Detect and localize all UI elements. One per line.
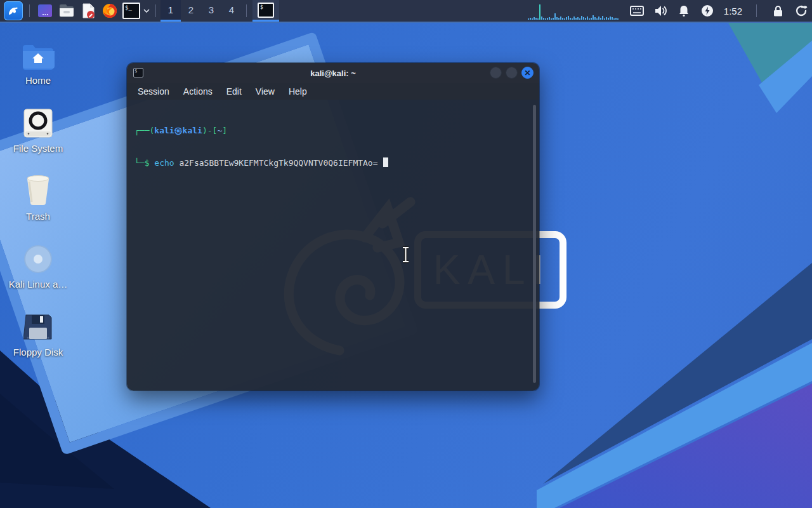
desktop-app-icon (37, 3, 53, 19)
launcher-dropdown[interactable] (142, 2, 151, 20)
file-manager-icon (58, 3, 75, 19)
desktop-icon-file-system[interactable]: File System (5, 98, 71, 166)
terminal-window: $ kali@kali: ~ ✕ Session Actions Edit Vi… (127, 63, 539, 391)
workspace-1[interactable]: 1 (160, 0, 181, 22)
drive-icon (23, 98, 53, 138)
home-folder-icon (22, 30, 55, 70)
minimize-button[interactable] (490, 67, 502, 79)
top-panel: $_ 1 2 3 4 $ (0, 0, 812, 23)
workspace-switcher: 1 2 3 4 (160, 0, 242, 22)
volume-tray-item[interactable] (653, 4, 667, 18)
prompt-frame: ┌──( (134, 126, 154, 135)
firefox-icon (102, 3, 118, 19)
prompt-frame: )-[ (202, 126, 217, 135)
prompt-user: kali㉿kali (154, 126, 202, 135)
floppy-disk-icon (23, 302, 53, 342)
bell-icon (678, 4, 690, 17)
close-button[interactable]: ✕ (521, 67, 534, 79)
text-editor-icon (80, 3, 96, 19)
keyboard-icon (630, 6, 644, 16)
launcher-text-editor[interactable] (79, 2, 97, 20)
desktop-icon-home[interactable]: Home (5, 30, 71, 98)
desktop-icon-label: Home (25, 75, 51, 86)
desktop-icon-label: Trash (26, 211, 50, 222)
terminal-menubar: Session Actions Edit View Help (127, 83, 539, 100)
desktop-icon-kali-cd[interactable]: Kali Linux a… (5, 234, 71, 302)
launcher-file-manager[interactable] (58, 2, 75, 20)
prompt-line-1: ┌──(kali㉿kali)-[~] (134, 125, 532, 136)
desktop-icon-list: Home File System Trash (5, 30, 71, 370)
desktop-icon-label: File System (13, 143, 63, 154)
terminal-titlebar[interactable]: $ kali@kali: ~ ✕ (127, 63, 539, 83)
notifications-tray-item[interactable] (677, 4, 691, 18)
launcher-desktop-app[interactable] (36, 2, 54, 20)
lock-screen-button[interactable] (771, 4, 785, 18)
panel-separator (29, 4, 30, 17)
window-title: kali@kali: ~ (127, 69, 539, 78)
panel-separator (155, 4, 156, 17)
desktop-icon-trash[interactable]: Trash (5, 166, 71, 234)
launcher-firefox[interactable] (101, 2, 119, 20)
log-out-icon (795, 4, 808, 17)
workspace-4[interactable]: 4 (221, 0, 242, 22)
prompt-line-2: └─$ echo a2FsaSBBTEw9KEFMTCkgTk9QQVNTV0Q… (134, 157, 532, 168)
command-text: echo (154, 158, 174, 168)
menu-session[interactable]: Session (132, 85, 175, 98)
applications-menu-button[interactable] (4, 1, 23, 20)
menu-view[interactable]: View (250, 85, 280, 98)
ibeam-cursor (400, 246, 412, 266)
log-out-button[interactable] (794, 4, 808, 18)
volume-icon (654, 4, 667, 17)
chevron-down-icon (143, 9, 150, 13)
menu-actions[interactable]: Actions (178, 85, 218, 98)
panel-separator (246, 4, 247, 17)
prompt-frame: ] (222, 126, 227, 135)
workspace-2[interactable]: 2 (181, 0, 201, 22)
power-manager-tray-item[interactable] (700, 4, 714, 18)
workspace-3[interactable]: 3 (201, 0, 221, 22)
terminal-icon: $ (258, 3, 274, 18)
menu-edit[interactable]: Edit (221, 85, 247, 98)
menu-help[interactable]: Help (283, 85, 313, 98)
terminal-app-icon: $ (133, 68, 143, 77)
launcher-terminal[interactable]: $_ (122, 2, 140, 20)
panel-separator (756, 4, 757, 17)
desktop-icon-label: Kali Linux a… (9, 279, 68, 290)
cd-disc-icon (23, 234, 53, 274)
terminal-content[interactable]: ┌──(kali㉿kali)-[~] └─$ echo a2FsaSBBTEw9… (127, 100, 539, 391)
desktop-icon-label: Floppy Disk (13, 347, 63, 358)
prompt-symbol: └─$ (134, 158, 149, 168)
power-manager-icon (701, 4, 714, 17)
cpu-graph-widget[interactable] (528, 1, 620, 20)
clock[interactable]: 1:52 (724, 6, 742, 17)
terminal-scrollbar[interactable] (533, 105, 536, 383)
terminal-icon: $_ (122, 3, 140, 19)
kali-dragon-icon (7, 4, 20, 17)
trash-icon (24, 166, 52, 206)
taskbar-terminal-window-button[interactable]: $ (252, 0, 279, 22)
desktop-icon-floppy[interactable]: Floppy Disk (5, 302, 71, 370)
system-tray: 1:52 (528, 1, 808, 20)
keyboard-tray-item[interactable] (630, 4, 644, 18)
terminal-cursor (383, 157, 388, 167)
command-argument: a2FsaSBBTEw9KEFMTCkgTk9QQVNTV0Q6IEFMTAo= (179, 158, 377, 168)
lock-icon (773, 4, 783, 17)
maximize-button[interactable] (506, 67, 518, 79)
window-controls: ✕ (490, 67, 534, 79)
